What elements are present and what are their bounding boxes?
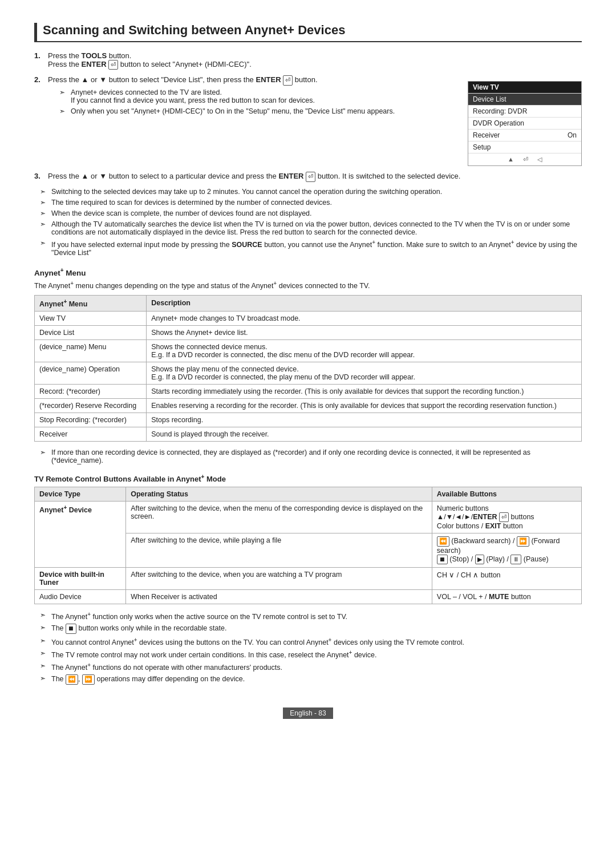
step-1-content: Press the TOOLS button. Press the ENTER … (48, 51, 582, 70)
bottom-note-3: ➣ You cannot control Anynet+ devices usi… (40, 637, 582, 646)
table-row: Receiver Sound is played through the rec… (35, 427, 582, 441)
bottom-note-4: ➣ The TV remote control may not work und… (40, 649, 582, 659)
anynet-menu-title: Anynet+ Menu (34, 267, 582, 277)
step-2-note1: ➣ Anynet+ devices connected to the TV ar… (59, 88, 456, 104)
table-row: (*recorder) Reserve Recording Enables re… (35, 398, 582, 413)
arrow-icon: ➣ (59, 107, 67, 115)
remote-col-buttons: Available Buttons (432, 487, 581, 502)
menu-name-stop: Stop Recording: (*recorder) (35, 413, 147, 427)
menu-box: View TV Device List Recording: DVDR DVDR… (468, 81, 582, 166)
step-1: 1. Press the TOOLS button. Press the ENT… (34, 51, 582, 70)
device-tuner: Device with built-in Tuner (35, 568, 126, 590)
anynet-menu-section: Anynet+ Menu The Anynet+ menu changes de… (34, 267, 582, 464)
menu-nav-enter: ⏎ (523, 156, 528, 163)
arrow-icon: ➣ (40, 448, 48, 456)
step-2: 2. Press the ▲ or ▼ button to select "De… (34, 75, 456, 118)
menu-desc-reserve: Enables reserving a recording for the re… (147, 398, 582, 413)
menu-item-receiver: Receiver On (468, 130, 581, 142)
menu-desc-record: Starts recording immediately using the r… (147, 384, 582, 398)
anynet-menu-intro: The Anynet+ menu changes depending on th… (34, 280, 582, 290)
menu-nav-up: ▲ (508, 156, 514, 163)
menu-desc-view-tv: Anynet+ mode changes to TV broadcast mod… (147, 311, 582, 325)
note-5: ➣ If you have selected external input mo… (40, 239, 582, 257)
arrow-icon: ➣ (40, 209, 48, 217)
menu-name-record: Record: (*recorder) (35, 384, 147, 398)
bottom-note-6: ➣ The ⏪, ⏩ operations may differ dependi… (40, 674, 582, 684)
steps-section: 1. Press the TOOLS button. Press the ENT… (34, 51, 582, 257)
menu-nav-back: ◁ (537, 156, 542, 163)
table-row: Record: (*recorder) Starts recording imm… (35, 384, 582, 398)
table-row: Device List Shows the Anynet+ device lis… (35, 325, 582, 339)
step-1-line1: Press the TOOLS button. (48, 51, 582, 60)
menu-desc-receiver: Sound is played through the receiver. (147, 427, 582, 441)
step-3-content: Press the ▲ or ▼ button to select to a p… (48, 172, 582, 181)
remote-section-title: TV Remote Control Buttons Available in A… (34, 474, 582, 483)
menu-desc-device-list: Shows the Anynet+ device list. (147, 325, 582, 339)
step-1-num: 1. (34, 51, 43, 60)
menu-name-device-operation: (device_name) Operation (35, 362, 147, 384)
device-anynet: Anynet+ Device (35, 502, 126, 568)
menu-name-receiver: Receiver (35, 427, 147, 441)
anynet-menu-table: Anynet+ Menu Description View TV Anynet+… (34, 295, 582, 442)
menu-item-recording-dvdr: Recording: DVDR (468, 106, 581, 118)
remote-section: TV Remote Control Buttons Available in A… (34, 474, 582, 605)
table-col-menu: Anynet+ Menu (35, 295, 147, 311)
menu-item-setup: Setup (468, 142, 581, 153)
buttons-anynet-2: ⏪ (Backward search) / ⏩ (Forward search)… (432, 533, 581, 568)
status-audio: When Receiver is activated (126, 590, 432, 604)
step-2-left: 2. Press the ▲ or ▼ button to select "De… (34, 75, 456, 166)
menu-footer: ▲ ⏎ ◁ (468, 153, 581, 165)
menu-item-device-list: Device List (468, 94, 581, 106)
step-3: 3. Press the ▲ or ▼ button to select to … (34, 172, 582, 181)
arrow-icon: ➣ (40, 624, 48, 632)
arrow-icon: ➣ (40, 199, 48, 207)
buttons-tuner: CH ∨ / CH ∧ button (432, 568, 581, 590)
buttons-anynet-1: Numeric buttons▲/▼/◄/►/ENTER ⏎ buttonsCo… (432, 502, 581, 533)
arrow-icon: ➣ (40, 649, 48, 657)
remote-table: Device Type Operating Status Available B… (34, 487, 582, 604)
note-4: ➣ Although the TV automatically searches… (40, 220, 582, 236)
buttons-audio: VOL – / VOL + / MUTE button (432, 590, 581, 604)
status-tuner: After switching to the device, when you … (126, 568, 432, 590)
bottom-notes: ➣ The Anynet+ function only works when t… (34, 611, 582, 684)
table-row: (device_name) Menu Shows the connected d… (35, 339, 582, 362)
table-col-desc: Description (147, 295, 582, 311)
menu-name-view-tv: View TV (35, 311, 147, 325)
menu-name-reserve: (*recorder) Reserve Recording (35, 398, 147, 413)
step-2-line: Press the ▲ or ▼ button to select "Devic… (48, 75, 456, 85)
menu-desc-device-menu: Shows the connected device menus.E.g. If… (147, 339, 582, 362)
menu-name-device-menu: (device_name) Menu (35, 339, 147, 362)
arrow-icon: ➣ (40, 611, 48, 619)
table-row: Audio Device When Receiver is activated … (35, 590, 582, 604)
menu-name-device-list: Device List (35, 325, 147, 339)
page-footer-wrap: English - 83 (34, 696, 582, 719)
menu-desc-device-operation: Shows the play menu of the connected dev… (147, 362, 582, 384)
status-anynet-2: After switching to the device, while pla… (126, 533, 432, 568)
arrow-icon: ➣ (40, 239, 48, 247)
menu-desc-stop: Stops recording. (147, 413, 582, 427)
note-2: ➣ The time required to scan for devices … (40, 199, 582, 207)
arrow-icon: ➣ (40, 674, 48, 682)
anynet-table-footnote: ➣ If more than one recording device is c… (40, 448, 582, 464)
step-2-content: Press the ▲ or ▼ button to select "Devic… (48, 75, 456, 118)
step-1-line2: Press the ENTER ⏎ button to select "Anyn… (48, 60, 582, 70)
remote-col-device: Device Type (35, 487, 126, 502)
table-row: (device_name) Operation Shows the play m… (35, 362, 582, 384)
arrow-icon: ➣ (40, 188, 48, 196)
table-row: Anynet+ Device After switching to the de… (35, 502, 582, 533)
menu-item-dvdr-operation: DVDR Operation (468, 118, 581, 130)
step-2-num: 2. (34, 75, 43, 84)
table-row: Device with built-in Tuner After switchi… (35, 568, 582, 590)
step-3-num: 3. (34, 172, 43, 180)
note-1: ➣ Switching to the selected devices may … (40, 188, 582, 196)
arrow-icon: ➣ (40, 637, 48, 645)
table-row: View TV Anynet+ mode changes to TV broad… (35, 311, 582, 325)
device-audio: Audio Device (35, 590, 126, 604)
note-3: ➣ When the device scan is complete, the … (40, 209, 582, 217)
general-notes: ➣ Switching to the selected devices may … (34, 188, 582, 257)
table-row: Stop Recording: (*recorder) Stops record… (35, 413, 582, 427)
bottom-note-5: ➣ The Anynet+ functions do not operate w… (40, 662, 582, 672)
step-2-area: 2. Press the ▲ or ▼ button to select "De… (34, 75, 582, 166)
page-title: Scanning and Switching between Anynet+ D… (34, 23, 582, 42)
arrow-icon: ➣ (40, 662, 48, 670)
